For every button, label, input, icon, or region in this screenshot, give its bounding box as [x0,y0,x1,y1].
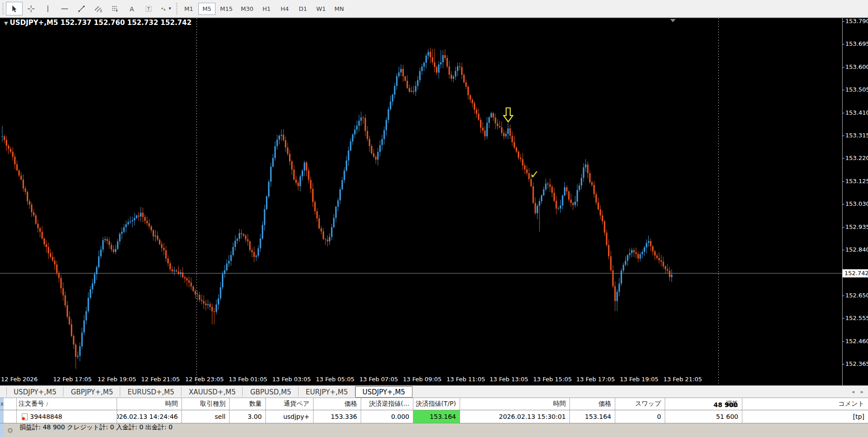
timeframe-m30-button[interactable]: M30 [237,3,257,15]
price-axis-tick [842,341,844,342]
tab-scroll-left-icon[interactable]: ◂ [852,388,854,395]
price-axis-tick [842,158,844,159]
price-axis-label: 152.650 [845,292,868,299]
timeframe-h1-button[interactable]: H1 [258,3,275,15]
toolbar-tools: EFAT▼ [6,2,174,15]
header-cell-sl[interactable]: 決済逆指値(... [361,398,413,410]
chart-tab-eurjpy-m5[interactable]: EURJPY+,M5 [299,387,355,397]
price-axis-label: 153.695 [845,40,868,47]
chart-tabs: USDJPY+,M5GBPJPY+,M5EURUSD+,M5XAUUSD+,M5… [6,386,412,398]
header-cell-symbol[interactable]: 通貨ペア [265,398,313,410]
arrows-tool-icon [160,5,167,13]
chart-area[interactable]: ✓ ▼USDJPY+,M5 152.737 152.760 152.732 15… [0,18,868,385]
terminal-panel: x注文番号∕時間取引種別数量通貨ペア価格決済逆指値(...決済指値(T/P)時間… [0,398,868,437]
timeframe-d1-button[interactable]: D1 [294,3,312,15]
summary-gutter [0,423,16,437]
horizontal-line-tool-icon [61,5,69,13]
chart-tab-usdjpy-m5[interactable]: USDJPY+,M5 [6,387,64,397]
chart-tab-xauusd-m5[interactable]: XAUUSD+,M5 [181,387,243,397]
chart-tab-bar: USDJPY+,M5GBPJPY+,M5EURUSD+,M5XAUUSD+,M5… [0,385,868,398]
chart-tab-usdjpy-m5[interactable]: USDJPY+,M5 [355,386,412,398]
text-label-tool-icon: T [145,5,152,13]
timeframe-w1-button[interactable]: W1 [313,3,330,15]
fibonacci-retracement-tool-button[interactable]: F [107,2,123,15]
price-axis-tick [842,90,844,90]
chart-tab-gbpusd-m5[interactable]: GBPUSD,M5 [243,387,298,397]
header-cell-order[interactable]: 注文番号∕ [16,398,117,410]
tab-scroll-right-icon[interactable]: ▸ [861,388,863,395]
text-tool-icon: A [128,5,136,13]
horizontal-line-tool-button[interactable] [56,2,73,15]
header-cell-comment[interactable]: コメント [742,398,868,410]
header-cell-type[interactable]: 取引種別 [181,398,229,410]
cursor-tool-icon [10,5,18,13]
chart-title-symbol: USDJPY+,M5 [10,19,58,27]
tp-filled-check-icon: ✓ [530,168,539,181]
vertical-line-tool-icon [44,5,52,13]
dropdown-caret-icon[interactable]: ▼ [169,7,171,10]
crosshair-tool-button[interactable] [23,2,39,15]
header-cell-open_price[interactable]: 価格 [313,398,361,410]
header-cell-swap[interactable]: スワップ [615,398,665,410]
header-cell-close_time[interactable]: 時間 [460,398,569,410]
price-axis-tick [842,318,844,319]
header-cell-tp[interactable]: 決済指値(T/P) [413,398,460,410]
timeframe-m1-button[interactable]: M1 [180,3,197,15]
time-axis-label: 13 Feb 13:05 [490,376,528,383]
timeframe-toolbar-grip[interactable] [175,3,178,15]
svg-text:T: T [147,6,150,11]
equidistant-channel-tool-button[interactable]: E [90,2,107,15]
header-cell-close_price[interactable]: 価格 [569,398,615,410]
text-tool-button[interactable]: A [123,2,140,15]
arrows-tool-button[interactable]: ▼ [157,2,174,15]
trade-cell-tp: 153.164 [413,410,460,423]
terminal-close-button[interactable]: x [0,402,4,406]
price-axis-tick [842,364,844,364]
price-axis-label: 153.220 [845,155,868,161]
time-axis-label: 13 Feb 09:05 [403,376,441,383]
header-cell-volume[interactable]: 数量 [229,398,265,410]
timeframe-h4-button[interactable]: H4 [276,3,294,15]
timeframe-mn-button[interactable]: MN [331,3,348,15]
trade-cell-comment: [tp] [742,410,868,423]
price-axis-label: 152.935 [845,223,868,230]
summary-text: 損益計: 48 900 クレジット計: 0 入金計: 0 出金計: 0 [20,423,172,437]
time-axis-label: 12 Feb 21:05 [141,376,180,383]
time-axis-label: 13 Feb 01:05 [229,376,267,383]
chart-tab-gbpjpy-m5[interactable]: GBPJPY+,M5 [64,387,120,397]
time-axis-label: 12 Feb 23:05 [185,376,224,383]
trade-cell-sl: 0.000 [361,410,413,423]
trendline-tool-button[interactable] [73,2,90,15]
timeframe-m15-button[interactable]: M15 [216,3,236,15]
candlestick-plot[interactable]: ✓ [0,18,868,386]
header-cell-open_time[interactable]: 時間 [117,398,181,410]
time-axis-label: 13 Feb 15:05 [533,376,572,383]
price-axis-label: 153.600 [845,63,868,70]
price-axis-label: 153.505 [845,86,868,93]
toolbar-grip[interactable] [1,3,5,15]
price-axis-label: 153.410 [845,109,868,116]
tab-scroll-controls: ◂ ▸ [852,388,868,395]
price-axis-tick [842,204,844,204]
text-label-tool-button[interactable]: T [140,2,157,15]
trade-history-row[interactable]: 394488482026.02.13 14:24:46sell3.00usdjp… [0,410,868,423]
trade-cell-profit: 51 600 [665,410,742,423]
timeframe-m5-button[interactable]: M5 [198,3,216,15]
time-axis-label: 13 Feb 11:05 [446,376,485,383]
vertical-line-tool-button[interactable] [39,2,56,15]
trade-cell-close_price: 153.164 [569,410,615,423]
price-axis-tick [842,67,844,68]
trade-cell-order: 39448848 [16,410,117,423]
sort-ascending-icon: ∕ [46,401,48,407]
chart-tab-eurusd-m5[interactable]: EURUSD+,M5 [120,387,181,397]
time-axis-label: 13 Feb 05:05 [316,376,354,383]
time-axis-label: 12 Feb 17:05 [53,376,92,383]
summary-profit-total: 48 900 [713,398,738,412]
trade-cell-gutter [0,410,16,423]
price-axis-tick [842,21,844,22]
equidistant-channel-tool-icon: E [94,5,102,13]
trade-cell-close_time: 2026.02.13 15:30:01 [460,410,569,423]
trendline-tool-icon [78,5,85,13]
cursor-tool-button[interactable] [6,2,23,15]
symbol-dropdown-triangle-icon[interactable]: ▼ [4,20,8,26]
